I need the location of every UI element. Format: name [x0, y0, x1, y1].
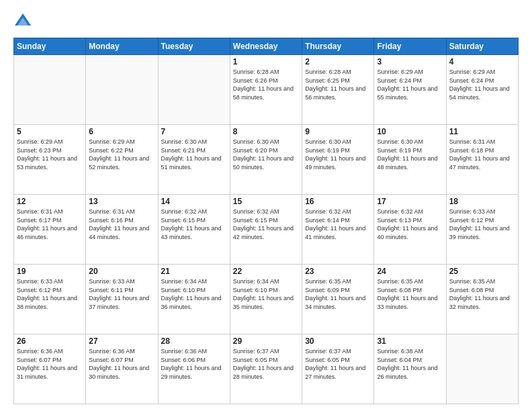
- day-cell: 27Sunrise: 6:36 AMSunset: 6:07 PMDayligh…: [86, 334, 158, 404]
- day-cell: 19Sunrise: 6:33 AMSunset: 6:12 PMDayligh…: [14, 265, 86, 334]
- day-cell: 2Sunrise: 6:28 AMSunset: 6:25 PMDaylight…: [302, 55, 374, 125]
- day-info: Sunrise: 6:32 AMSunset: 6:14 PMDaylight:…: [305, 208, 371, 241]
- day-number: 26: [17, 336, 83, 346]
- day-number: 4: [449, 57, 515, 66]
- week-row-2: 12Sunrise: 6:31 AMSunset: 6:17 PMDayligh…: [14, 195, 519, 265]
- day-cell: 18Sunrise: 6:33 AMSunset: 6:12 PMDayligh…: [446, 195, 518, 265]
- day-cell: 13Sunrise: 6:31 AMSunset: 6:16 PMDayligh…: [86, 195, 158, 265]
- day-number: 23: [305, 267, 371, 276]
- logo-icon: [13, 12, 32, 31]
- day-cell: 14Sunrise: 6:32 AMSunset: 6:15 PMDayligh…: [158, 195, 230, 265]
- day-cell: 30Sunrise: 6:37 AMSunset: 6:05 PMDayligh…: [302, 334, 374, 404]
- calendar: SundayMondayTuesdayWednesdayThursdayFrid…: [13, 38, 519, 404]
- day-info: Sunrise: 6:37 AMSunset: 6:05 PMDaylight:…: [305, 347, 371, 381]
- day-cell: 16Sunrise: 6:32 AMSunset: 6:14 PMDayligh…: [302, 195, 374, 265]
- day-number: 3: [377, 57, 443, 66]
- day-number: 10: [377, 127, 443, 136]
- day-cell: 12Sunrise: 6:31 AMSunset: 6:17 PMDayligh…: [14, 195, 86, 265]
- day-cell: 25Sunrise: 6:35 AMSunset: 6:08 PMDayligh…: [446, 265, 518, 334]
- day-number: 19: [17, 267, 83, 276]
- day-number: 1: [233, 57, 299, 66]
- day-info: Sunrise: 6:31 AMSunset: 6:17 PMDaylight:…: [17, 208, 83, 241]
- day-cell: 22Sunrise: 6:34 AMSunset: 6:10 PMDayligh…: [230, 265, 302, 334]
- day-info: Sunrise: 6:30 AMSunset: 6:21 PMDaylight:…: [161, 138, 227, 171]
- day-info: Sunrise: 6:36 AMSunset: 6:07 PMDaylight:…: [89, 347, 154, 381]
- day-number: 15: [233, 197, 299, 206]
- day-cell: 11Sunrise: 6:31 AMSunset: 6:18 PMDayligh…: [446, 125, 518, 195]
- day-number: 31: [377, 336, 443, 346]
- day-info: Sunrise: 6:29 AMSunset: 6:24 PMDaylight:…: [377, 68, 443, 101]
- day-info: Sunrise: 6:29 AMSunset: 6:22 PMDaylight:…: [89, 138, 154, 171]
- day-cell: 5Sunrise: 6:29 AMSunset: 6:23 PMDaylight…: [14, 125, 86, 195]
- day-number: 7: [161, 127, 227, 136]
- day-number: 18: [449, 197, 515, 206]
- day-number: 30: [305, 336, 371, 346]
- day-cell: 8Sunrise: 6:30 AMSunset: 6:20 PMDaylight…: [230, 125, 302, 195]
- day-cell: [14, 55, 86, 125]
- day-info: Sunrise: 6:32 AMSunset: 6:15 PMDaylight:…: [161, 208, 227, 241]
- day-number: 17: [377, 197, 443, 206]
- day-cell: 6Sunrise: 6:29 AMSunset: 6:22 PMDaylight…: [86, 125, 158, 195]
- day-info: Sunrise: 6:28 AMSunset: 6:26 PMDaylight:…: [233, 68, 299, 101]
- day-number: 14: [161, 197, 227, 206]
- day-number: 25: [449, 267, 515, 276]
- week-row-3: 19Sunrise: 6:33 AMSunset: 6:12 PMDayligh…: [14, 265, 519, 334]
- day-cell: 9Sunrise: 6:30 AMSunset: 6:19 PMDaylight…: [302, 125, 374, 195]
- day-info: Sunrise: 6:35 AMSunset: 6:09 PMDaylight:…: [305, 277, 371, 311]
- day-number: 24: [377, 267, 443, 276]
- weekday-header-row: SundayMondayTuesdayWednesdayThursdayFrid…: [14, 38, 519, 55]
- day-info: Sunrise: 6:33 AMSunset: 6:12 PMDaylight:…: [17, 277, 83, 311]
- weekday-header-sunday: Sunday: [14, 38, 86, 55]
- day-cell: 3Sunrise: 6:29 AMSunset: 6:24 PMDaylight…: [374, 55, 446, 125]
- day-info: Sunrise: 6:28 AMSunset: 6:25 PMDaylight:…: [305, 68, 371, 101]
- day-number: 11: [449, 127, 515, 136]
- day-info: Sunrise: 6:36 AMSunset: 6:06 PMDaylight:…: [161, 347, 227, 381]
- day-number: 27: [89, 336, 154, 346]
- day-number: 5: [17, 127, 83, 136]
- day-cell: 23Sunrise: 6:35 AMSunset: 6:09 PMDayligh…: [302, 265, 374, 334]
- day-number: 28: [161, 336, 227, 346]
- day-cell: 20Sunrise: 6:33 AMSunset: 6:11 PMDayligh…: [86, 265, 158, 334]
- day-number: 6: [89, 127, 154, 136]
- day-number: 12: [17, 197, 83, 206]
- logo: [13, 12, 35, 31]
- day-cell: 31Sunrise: 6:38 AMSunset: 6:04 PMDayligh…: [374, 334, 446, 404]
- day-cell: 15Sunrise: 6:32 AMSunset: 6:15 PMDayligh…: [230, 195, 302, 265]
- day-cell: [158, 55, 230, 125]
- week-row-0: 1Sunrise: 6:28 AMSunset: 6:26 PMDaylight…: [14, 55, 519, 125]
- day-number: 13: [89, 197, 154, 206]
- day-info: Sunrise: 6:38 AMSunset: 6:04 PMDaylight:…: [377, 347, 443, 381]
- day-cell: 21Sunrise: 6:34 AMSunset: 6:10 PMDayligh…: [158, 265, 230, 334]
- day-cell: [86, 55, 158, 125]
- day-info: Sunrise: 6:34 AMSunset: 6:10 PMDaylight:…: [161, 277, 227, 311]
- day-info: Sunrise: 6:35 AMSunset: 6:08 PMDaylight:…: [449, 277, 515, 311]
- day-number: 21: [161, 267, 227, 276]
- day-info: Sunrise: 6:34 AMSunset: 6:10 PMDaylight:…: [233, 277, 299, 311]
- day-info: Sunrise: 6:29 AMSunset: 6:23 PMDaylight:…: [17, 138, 83, 171]
- weekday-header-saturday: Saturday: [446, 38, 518, 55]
- day-cell: 26Sunrise: 6:36 AMSunset: 6:07 PMDayligh…: [14, 334, 86, 404]
- weekday-header-wednesday: Wednesday: [230, 38, 302, 55]
- day-info: Sunrise: 6:32 AMSunset: 6:13 PMDaylight:…: [377, 208, 443, 241]
- day-info: Sunrise: 6:35 AMSunset: 6:08 PMDaylight:…: [377, 277, 443, 311]
- week-row-1: 5Sunrise: 6:29 AMSunset: 6:23 PMDaylight…: [14, 125, 519, 195]
- day-number: 8: [233, 127, 299, 136]
- day-info: Sunrise: 6:31 AMSunset: 6:16 PMDaylight:…: [89, 208, 154, 241]
- day-number: 29: [233, 336, 299, 346]
- day-number: 16: [305, 197, 371, 206]
- weekday-header-thursday: Thursday: [302, 38, 374, 55]
- day-info: Sunrise: 6:29 AMSunset: 6:24 PMDaylight:…: [449, 68, 515, 101]
- day-info: Sunrise: 6:30 AMSunset: 6:19 PMDaylight:…: [305, 138, 371, 171]
- header: [13, 12, 519, 31]
- day-cell: 7Sunrise: 6:30 AMSunset: 6:21 PMDaylight…: [158, 125, 230, 195]
- weekday-header-tuesday: Tuesday: [158, 38, 230, 55]
- day-info: Sunrise: 6:33 AMSunset: 6:11 PMDaylight:…: [89, 277, 154, 311]
- day-cell: 4Sunrise: 6:29 AMSunset: 6:24 PMDaylight…: [446, 55, 518, 125]
- day-cell: 1Sunrise: 6:28 AMSunset: 6:26 PMDaylight…: [230, 55, 302, 125]
- weekday-header-friday: Friday: [374, 38, 446, 55]
- day-number: 22: [233, 267, 299, 276]
- day-cell: 29Sunrise: 6:37 AMSunset: 6:05 PMDayligh…: [230, 334, 302, 404]
- page: SundayMondayTuesdayWednesdayThursdayFrid…: [0, 0, 532, 411]
- day-info: Sunrise: 6:30 AMSunset: 6:19 PMDaylight:…: [377, 138, 443, 171]
- day-info: Sunrise: 6:31 AMSunset: 6:18 PMDaylight:…: [449, 138, 515, 171]
